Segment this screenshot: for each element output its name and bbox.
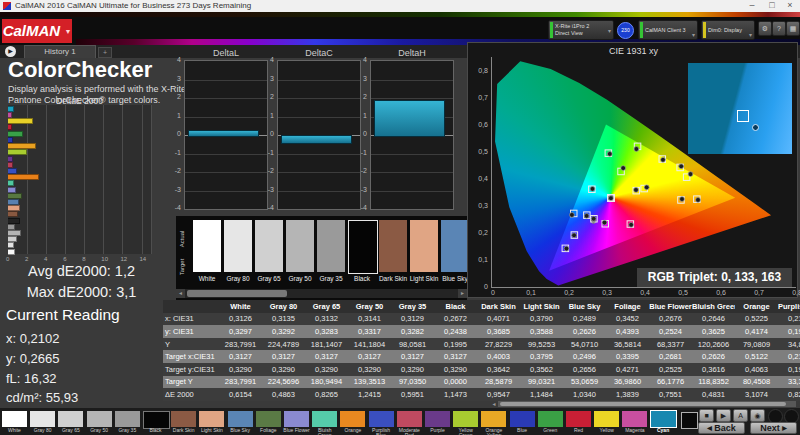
gridline	[371, 172, 453, 173]
table-header-cell: Gray 50	[348, 300, 391, 313]
pattern-yellow-green[interactable]	[453, 411, 478, 427]
pattern-blue[interactable]	[510, 411, 535, 427]
pattern-gray-65[interactable]	[58, 411, 83, 427]
pattern-label: Black	[142, 428, 169, 433]
target-icon: ◉	[754, 412, 760, 419]
calman-logo-menu[interactable]: CalMAN ▼	[2, 19, 72, 43]
table-cell: 0,3141	[348, 313, 391, 326]
axis-tick: 0,8	[790, 289, 800, 296]
axis-tick: 2	[270, 93, 274, 100]
axis-tick: 6	[63, 256, 66, 262]
scrollbar-thumb[interactable]	[500, 402, 786, 406]
maximize-button[interactable]: □	[764, 0, 780, 11]
pattern-window-button[interactable]	[681, 412, 698, 429]
reading-fl: fL: 16,32	[6, 371, 57, 386]
gridline	[278, 172, 360, 173]
workflow-menu-button[interactable]: ▶	[5, 46, 16, 57]
pattern-purplish-blue[interactable]	[369, 411, 394, 427]
pattern-label: Orange Yellow	[480, 428, 507, 435]
swatch-scrollbar[interactable]: ◄ ►	[176, 289, 467, 298]
table-header-cell: Black	[434, 300, 477, 313]
pattern-white[interactable]	[2, 411, 27, 427]
calman-logo-text: CalMAN	[3, 22, 61, 39]
table-cell: 0,2489	[563, 313, 606, 326]
pattern-blue-sky[interactable]	[228, 411, 253, 427]
pattern-magenta[interactable]	[622, 411, 647, 427]
pattern-gray-35[interactable]	[115, 411, 140, 427]
gridline	[371, 191, 453, 192]
reading-x: x: 0,2102	[6, 331, 60, 346]
pattern-dark-skin[interactable]	[171, 411, 196, 427]
next-button[interactable]: Next ▶	[750, 422, 797, 434]
target-button[interactable]: ◉	[750, 409, 765, 422]
table-cell: 53,0659	[563, 376, 606, 389]
next-label: Next	[760, 423, 780, 433]
auto-button[interactable]: A	[733, 409, 748, 422]
logo-caret-icon: ▼	[64, 28, 71, 35]
scroll-left-icon[interactable]: ◄	[490, 401, 498, 407]
pattern-foliage[interactable]	[256, 411, 281, 427]
measured-marker-dark-skin	[644, 185, 649, 190]
source-dropdown[interactable]: CalMAN Client 3 Patterns Generator ▾	[638, 20, 698, 40]
pattern-yellow[interactable]	[594, 411, 619, 427]
pattern-blue-flower[interactable]	[284, 411, 309, 427]
meter-badge[interactable]: 230	[617, 22, 634, 39]
rgb-triplet-readout: RGB Triplet: 0, 133, 163	[637, 268, 792, 287]
scroll-right-icon[interactable]: ►	[458, 289, 467, 298]
record-button[interactable]: ■	[699, 409, 714, 422]
pattern-bluish-green[interactable]	[312, 411, 337, 427]
axis-tick: 0,1	[524, 289, 538, 296]
back-button[interactable]: ◀ Back	[698, 422, 745, 434]
close-button[interactable]: ×	[782, 0, 798, 11]
play-button[interactable]: ▶	[716, 409, 731, 422]
pattern-orange[interactable]	[340, 411, 365, 427]
table-cell: 36,5814	[606, 338, 649, 351]
gridline	[142, 105, 143, 254]
pattern-orange-yellow[interactable]	[481, 411, 506, 427]
gridline	[278, 98, 360, 99]
table-cell: 0,3127	[391, 350, 434, 363]
scrollbar-thumb[interactable]	[187, 290, 287, 297]
deltae-bar-moderate-red	[8, 162, 13, 168]
table-cell: 0,2626	[563, 325, 606, 338]
axis-tick: 0	[486, 289, 500, 296]
axis-tick: 0,6	[714, 289, 728, 296]
table-cell: 120,2606	[692, 338, 735, 351]
display-control-dropdown[interactable]: Dim0: Display Control ▾	[701, 20, 755, 40]
table-cell: 0,3290	[434, 363, 477, 376]
gridline	[185, 98, 267, 99]
pattern-gray-50[interactable]	[87, 411, 112, 427]
table-cell: 0,3127	[434, 350, 477, 363]
layout-button[interactable]: ▦	[786, 21, 800, 36]
table-corner	[163, 300, 219, 313]
measured-marker-blue-sky	[584, 214, 589, 219]
pattern-green[interactable]	[538, 411, 563, 427]
chevron-down-icon: ▾	[692, 28, 695, 42]
pattern-light-skin[interactable]	[199, 411, 224, 427]
table-header-cell: Bluish Green	[692, 300, 735, 313]
axis-tick: -4	[361, 204, 367, 211]
settings-button[interactable]: ⚙	[758, 21, 772, 36]
pattern-cyan[interactable]	[651, 411, 676, 427]
help-button[interactable]: ?	[772, 21, 786, 36]
pattern-moderate-red[interactable]	[397, 411, 422, 427]
swatch-gray-80	[224, 220, 252, 272]
axis-tick: 1	[177, 112, 181, 119]
table-cell: 0,3795	[520, 350, 563, 363]
deltae-bar-gray-80	[8, 242, 14, 248]
table-scrollbar[interactable]: ◄	[490, 401, 796, 407]
table-cell: 34,850	[778, 338, 800, 351]
deltae-bar-cyan	[8, 106, 14, 112]
meter-dropdown[interactable]: X-Rite i1Pro 2 Direct View ▾	[548, 20, 614, 40]
gridline	[185, 80, 267, 81]
pattern-purple[interactable]	[425, 411, 450, 427]
axis-tick: 3	[270, 75, 274, 82]
pattern-label: Magenta	[621, 428, 648, 433]
minimize-button[interactable]: –	[744, 0, 760, 11]
pattern-red[interactable]	[566, 411, 591, 427]
axis-tick: -3	[175, 186, 181, 193]
scroll-left-icon[interactable]: ◄	[176, 289, 185, 298]
table-cell: 36,9860	[606, 376, 649, 389]
pattern-gray-80[interactable]	[30, 411, 55, 427]
axis-tick: -3	[361, 186, 367, 193]
